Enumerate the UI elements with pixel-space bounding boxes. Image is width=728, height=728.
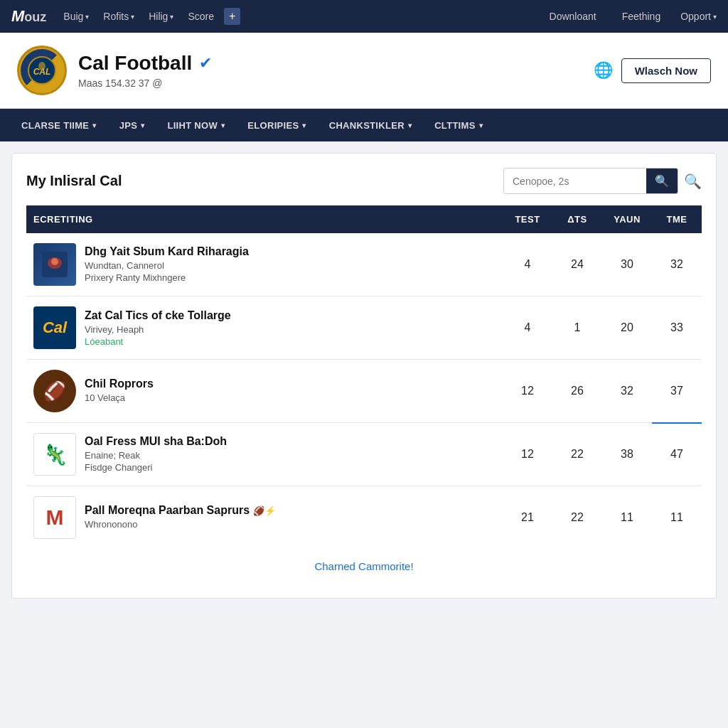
main-content: My Inlisral Cal 🔍 🔍 ECRETITING TEST Δts … — [11, 153, 717, 599]
row-col3: 20 — [602, 296, 652, 360]
row-content: Oal Fress MUI sha Ba:Doh Enaine; Reak Fi… — [85, 435, 496, 474]
channel-title-row: Cal Football ✔ — [78, 52, 582, 75]
chevron-down-icon: ▾ — [302, 122, 306, 129]
site-logo[interactable]: Mouz — [11, 7, 46, 26]
channel-logo-inner: CAL — [21, 49, 63, 92]
sec-nav-clttims[interactable]: CLTTIMS ▾ — [424, 109, 493, 141]
row-content: Chil Roprors 10 Velaça — [85, 378, 496, 405]
nav-item-buig[interactable]: Buig ▾ — [58, 8, 95, 25]
row-subtitle2: Fisdge Changeri — [85, 462, 496, 473]
search-input[interactable] — [504, 170, 646, 193]
chevron-down-icon: ▾ — [408, 122, 412, 129]
nav-downloant[interactable]: Downloant — [544, 8, 602, 25]
row-col2: 22 — [552, 486, 602, 550]
row-logo-img: M — [33, 496, 76, 539]
col-ats-header: Δts — [552, 205, 602, 233]
row-content: Pall Moreqna Paarban Saprurs 🏈⚡ Whronono… — [85, 504, 496, 531]
sec-nav-clarse-tiime[interactable]: CLARSE TIIME ▾ — [11, 109, 107, 141]
nav-item-score[interactable]: Score — [182, 8, 220, 25]
row-name-cell: Dhg Yait Sbum Kard Riharagia Wundtan, Ca… — [26, 233, 503, 296]
table-row[interactable]: Cal Zat Cal Tics of cke Tollarge Virivey… — [26, 296, 702, 360]
channel-logo: CAL — [17, 46, 67, 95]
row-col3: 38 — [602, 423, 652, 486]
channel-header: CAL Cal Football ✔ Maas 154.32 37 @ 🌐 Wl… — [0, 33, 728, 109]
row-title: Oal Fress MUI sha Ba:Doh — [85, 435, 496, 448]
chevron-down-icon: ▾ — [170, 13, 173, 21]
chevron-down-icon: ▾ — [479, 122, 483, 129]
search-button[interactable]: 🔍 — [646, 168, 678, 193]
row-name-cell: Cal Zat Cal Tics of cke Tollarge Virivey… — [26, 296, 503, 360]
row-col1: 21 — [503, 486, 552, 550]
verified-icon: ✔ — [199, 54, 212, 73]
table-row[interactable]: 🦎 Oal Fress MUI sha Ba:Doh Enaine; Reak … — [26, 423, 702, 486]
row-col4: 33 — [652, 296, 702, 360]
row-logo-img: 🏈 — [33, 370, 76, 412]
chevron-down-icon: ▾ — [131, 13, 134, 21]
row-col3: 32 — [602, 360, 652, 423]
row-title: Pall Moreqna Paarban Saprurs 🏈⚡ — [85, 504, 496, 517]
svg-point-2 — [38, 62, 46, 70]
row-col4: 47 — [652, 423, 702, 486]
title-suffix: 🏈⚡ — [253, 505, 276, 516]
section-title: My Inlisral Cal — [26, 173, 122, 189]
row-cell: Cal Zat Cal Tics of cke Tollarge Virivey… — [33, 306, 496, 349]
nav-opport[interactable]: Opport ▾ — [680, 11, 717, 22]
chevron-down-icon: ▾ — [85, 13, 89, 21]
logo-text: ouz — [24, 10, 46, 24]
row-name-cell: M Pall Moreqna Paarban Saprurs 🏈⚡ Whrono… — [26, 486, 503, 550]
row-content: Zat Cal Tics of cke Tollarge Virivey, He… — [85, 309, 496, 347]
channel-title: Cal Football — [78, 52, 192, 75]
row-cell: Dhg Yait Sbum Kard Riharagia Wundtan, Ca… — [33, 243, 496, 286]
row-col1: 4 — [503, 296, 552, 360]
sec-nav-eloripies[interactable]: ELORIPIES ▾ — [237, 109, 316, 141]
sec-nav-jps[interactable]: JPS ▾ — [109, 109, 155, 141]
row-subtitle1: Virivey, Heaph — [85, 324, 496, 335]
row-subtitle1: Whrononono — [85, 519, 496, 530]
chevron-down-icon: ▾ — [92, 122, 96, 129]
row-col2: 26 — [552, 360, 602, 423]
table-row[interactable]: Dhg Yait Sbum Kard Riharagia Wundtan, Ca… — [26, 233, 702, 296]
chevron-down-icon: ▾ — [221, 122, 225, 129]
nav-item-hilig[interactable]: Hilig ▾ — [143, 8, 179, 25]
row-col3: 11 — [602, 486, 652, 550]
row-col1: 12 — [503, 360, 552, 423]
row-subtitle1: Wundtan, Cannerol — [85, 260, 496, 271]
row-cell: M Pall Moreqna Paarban Saprurs 🏈⚡ Whrono… — [33, 496, 496, 539]
row-subtitle1: 10 Velaça — [85, 392, 496, 403]
footer-link[interactable]: Charned Cammorite! — [26, 549, 702, 584]
row-title: Zat Cal Tics of cke Tollarge — [85, 309, 496, 322]
search-container: 🔍 🔍 — [503, 168, 702, 194]
chevron-down-icon: ▾ — [713, 13, 717, 21]
row-col2: 1 — [552, 296, 602, 360]
chevron-down-icon: ▾ — [141, 122, 144, 129]
row-col4: 37 — [652, 360, 702, 423]
channel-actions: 🌐 Wlasch Now — [594, 58, 711, 83]
table-row[interactable]: 🏈 Chil Roprors 10 Velaça 12 26 32 37 — [26, 360, 702, 423]
col-yaun-header: YAUN — [602, 205, 652, 233]
row-col2: 22 — [552, 423, 602, 486]
row-col2: 24 — [552, 233, 602, 296]
search-icon[interactable]: 🔍 — [684, 173, 702, 190]
sec-nav-chankstikler[interactable]: CHANKSTIKLER ▾ — [319, 109, 422, 141]
watch-now-button[interactable]: Wlasch Now — [621, 58, 711, 83]
svg-point-5 — [51, 258, 58, 265]
top-nav-right: Downloant Feething Opport ▾ — [544, 8, 717, 25]
globe-icon[interactable]: 🌐 — [594, 61, 613, 80]
nav-feething[interactable]: Feething — [616, 8, 666, 25]
search-input-wrap: 🔍 — [503, 168, 678, 194]
nav-plus-button[interactable]: + — [224, 8, 240, 25]
sec-nav-liiht-now[interactable]: LIIHT NOW ▾ — [157, 109, 235, 141]
row-col4: 32 — [652, 233, 702, 296]
channel-meta: Maas 154.32 37 @ — [78, 77, 582, 89]
cal-logo-svg: CAL — [28, 56, 56, 85]
row-subtitle2: Prixery Ranty Mixhngere — [85, 272, 496, 283]
section-header: My Inlisral Cal 🔍 🔍 — [26, 168, 702, 194]
row-col1: 12 — [503, 423, 552, 486]
table-row[interactable]: M Pall Moreqna Paarban Saprurs 🏈⚡ Whrono… — [26, 486, 702, 550]
row-cell: 🦎 Oal Fress MUI sha Ba:Doh Enaine; Reak … — [33, 433, 496, 476]
row-cell: 🏈 Chil Roprors 10 Velaça — [33, 370, 496, 412]
row-logo-img — [33, 243, 76, 286]
top-navigation: Mouz Buig ▾ Rofits ▾ Hilig ▾ Score + Dow… — [0, 0, 728, 33]
nav-item-rofits[interactable]: Rofits ▾ — [97, 8, 140, 25]
channel-info: Cal Football ✔ Maas 154.32 37 @ — [78, 52, 582, 89]
